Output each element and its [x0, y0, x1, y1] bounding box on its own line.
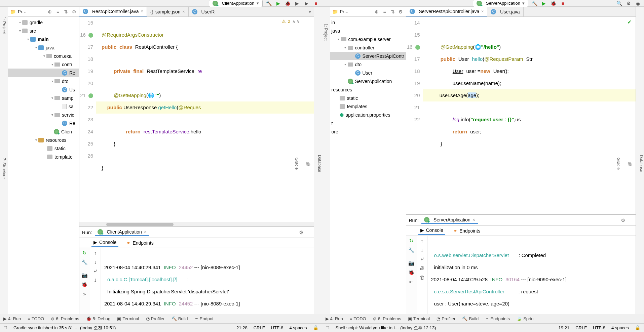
play-icon[interactable]: ▶: [541, 0, 547, 6]
up-icon[interactable]: ↑: [94, 250, 97, 256]
tab-server-ctrl[interactable]: CServerRestApiController.java×: [406, 7, 488, 16]
play-icon[interactable]: ▶: [275, 0, 281, 6]
minimize-icon[interactable]: —: [306, 230, 311, 235]
search-icon[interactable]: 🔍: [616, 0, 622, 6]
line-sep[interactable]: CRLF: [254, 325, 265, 330]
gutter-run-icon[interactable]: [88, 33, 93, 38]
trash-icon[interactable]: 🗑: [420, 275, 425, 280]
endpoints-tool-button[interactable]: ⚭ Endpoints: [482, 316, 513, 321]
close-icon[interactable]: ×: [472, 217, 475, 222]
caret-pos[interactable]: 19:21: [559, 325, 570, 330]
minimize-icon[interactable]: —: [628, 217, 633, 223]
right-tool-stripe[interactable]: Database 🐘 Gradle: [314, 7, 322, 314]
lock-icon[interactable]: 🔓: [313, 325, 318, 330]
close-icon[interactable]: ×: [183, 9, 185, 14]
run-app-chip[interactable]: ServerApplication ×: [421, 216, 478, 224]
target-icon[interactable]: ⊕: [47, 9, 53, 14]
scroll-icon[interactable]: ⤓: [93, 278, 98, 284]
close-icon[interactable]: ×: [481, 9, 484, 14]
code-content[interactable]: @GetMapping(🌐"/hello") public User hello…: [423, 17, 636, 214]
close-icon[interactable]: ×: [144, 229, 147, 235]
indent[interactable]: 4 spaces: [611, 325, 629, 330]
stop-icon[interactable]: ■: [560, 0, 566, 6]
gear-icon[interactable]: ⚙: [621, 217, 625, 223]
gear-icon[interactable]: ⚙: [626, 0, 632, 6]
gutter-run-icon[interactable]: [415, 45, 420, 50]
console-output[interactable]: o.s.web.servlet.DispatcherServlet : Comp…: [428, 236, 636, 314]
down-icon[interactable]: ↓: [421, 247, 423, 253]
stop-icon[interactable]: ■: [313, 0, 319, 6]
tab-user[interactable]: CUserR: [189, 7, 219, 16]
endpoints-tab[interactable]: ⚭Endpoints: [124, 239, 155, 247]
todo-tool-button[interactable]: ≡ TODO: [346, 316, 370, 321]
expand-icon[interactable]: ≡: [55, 9, 61, 14]
wrench-icon[interactable]: 🔧: [81, 259, 88, 265]
structure-stripe[interactable]: 7: Structure: [0, 148, 8, 249]
rerun-icon[interactable]: ↻: [409, 238, 414, 244]
debug-tool-button[interactable]: 🐞 5: Debug: [83, 316, 114, 321]
target-icon[interactable]: ⊕: [374, 9, 380, 14]
debug-icon[interactable]: 🐞: [285, 0, 291, 6]
tab-user[interactable]: CUser.java: [487, 7, 523, 16]
build-tool-button[interactable]: 🔨 Build: [459, 316, 482, 321]
gear-icon[interactable]: ⚙: [71, 9, 77, 14]
run-config-selector[interactable]: ClientApplication: [209, 0, 263, 7]
problems-tool-button[interactable]: ⊘ 6: Problems: [47, 316, 82, 321]
right-tool-stripe[interactable]: Database 🐘 Gradle: [636, 7, 644, 314]
tab-sample[interactable]: {}sample.json×: [147, 7, 189, 16]
profile-icon[interactable]: ▶: [304, 0, 310, 6]
close-icon[interactable]: ×: [141, 9, 143, 14]
project-tree[interactable]: ▾gradle ▾src ▾main ▾java ▾com.exa ▾contr…: [8, 17, 79, 314]
hammer-icon[interactable]: 🔨: [532, 0, 538, 6]
build-tool-button[interactable]: 🔨 Build: [168, 316, 191, 321]
down-icon[interactable]: ↓: [94, 259, 97, 265]
gear-icon[interactable]: ⚙: [299, 230, 303, 236]
more-icon[interactable]: »: [83, 291, 86, 297]
endpoints-tool-button[interactable]: ⚭ Endpoi: [191, 316, 217, 321]
debug-icon[interactable]: 🐞: [551, 0, 557, 6]
terminal-tool-button[interactable]: ▣ Terminal: [405, 316, 433, 321]
wrap-icon[interactable]: ⤶: [420, 256, 424, 262]
database-tab[interactable]: Database: [317, 155, 322, 172]
collapse-icon[interactable]: ⇅: [63, 9, 69, 14]
problems-tool-button[interactable]: ⊘ 6: Problems: [370, 316, 405, 321]
encoding[interactable]: UTF-8: [271, 325, 283, 330]
bug-icon[interactable]: 🐞: [408, 269, 415, 276]
database-tab[interactable]: Database: [639, 155, 644, 172]
run-app-chip[interactable]: ClientApplication ×: [95, 229, 149, 236]
tab-restapi[interactable]: CRestApiController.java×: [79, 7, 147, 16]
profiler-tool-button[interactable]: ◔ Profiler: [433, 316, 459, 321]
run-cov-icon[interactable]: ▶: [294, 0, 300, 6]
up-icon[interactable]: ↑: [421, 238, 423, 244]
endpoints-tab[interactable]: ⚭Endpoints: [451, 227, 482, 235]
code-editor[interactable]: ✔ 141516 171819202122 @GetMapping(🌐"/hel…: [406, 17, 636, 214]
chevron-down-icon[interactable]: ▾: [306, 9, 314, 14]
console-output[interactable]: 2021-08-04 14:40:29.341 INFO 24452 --- […: [101, 248, 314, 314]
line-sep[interactable]: CRLF: [575, 325, 587, 330]
spring-tool-button[interactable]: 🍃 Sprin: [513, 316, 537, 321]
todo-tool-button[interactable]: ≡ TODO: [24, 316, 47, 321]
console-tab[interactable]: ▶Console: [418, 226, 445, 235]
gutter-run-icon[interactable]: [88, 93, 93, 98]
indent[interactable]: 4 spaces: [289, 325, 307, 330]
bug-icon[interactable]: 🐞: [81, 282, 88, 288]
h-scrollbar[interactable]: [79, 222, 314, 226]
rerun-icon[interactable]: ↻: [82, 250, 87, 256]
camera-icon[interactable]: 📷: [408, 260, 415, 266]
wrench-icon[interactable]: 🔧: [408, 247, 415, 253]
run-tool-button[interactable]: ▶ 4: Run: [0, 316, 24, 321]
exit-icon[interactable]: ⇤: [409, 279, 414, 285]
collapse-icon[interactable]: ⇅: [390, 9, 396, 14]
console-tab[interactable]: ▶Console: [91, 238, 118, 247]
profiler-tool-button[interactable]: ◔ Profiler: [143, 316, 168, 321]
hammer-icon[interactable]: 🔨: [266, 0, 272, 6]
project-tree[interactable]: in java ▾com.example.server ▾controller …: [330, 17, 406, 314]
left-stripe[interactable]: 1: Project: [322, 7, 330, 314]
gear-icon[interactable]: ⚙: [398, 9, 404, 14]
encoding[interactable]: UTF-8: [593, 325, 605, 330]
lock-icon[interactable]: 🔓: [635, 325, 640, 330]
camera-icon[interactable]: 📷: [81, 272, 88, 278]
expand-icon[interactable]: ≡: [382, 9, 388, 14]
code-content[interactable]: @RequiredArgsConstructor public class Re…: [96, 17, 314, 222]
run-config-selector[interactable]: ServerApplication: [473, 0, 528, 7]
